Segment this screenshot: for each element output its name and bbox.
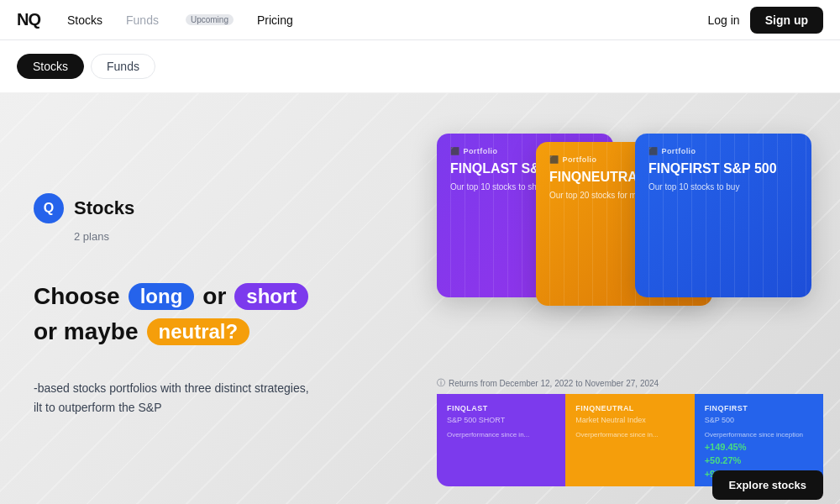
card-orange-label-icon: ⬛ [549, 155, 559, 164]
stocks-header: Q Stocks [34, 193, 386, 223]
info-icon: ⓘ [437, 377, 445, 389]
upcoming-badge: Upcoming [186, 14, 234, 25]
nav-links: Stocks Funds Upcoming Pricing [67, 13, 293, 27]
stat-finqneutral: FINQNEUTRAL Market Neutral Index Overper… [565, 394, 694, 486]
stat-blue-perf-val2: +50.27% [705, 455, 813, 465]
login-button[interactable]: Log in [708, 13, 740, 27]
stat-blue-name: FINQFIRST [705, 404, 813, 412]
stat-purple-index: S&P 500 SHORT [447, 416, 555, 424]
card-blue-label: ⬛ Portfolio [648, 147, 798, 155]
hero-left: Q Stocks 2 plans Choose long or short or… [0, 93, 420, 504]
hero-section: Q Stocks 2 plans Choose long or short or… [0, 93, 840, 504]
or1: or [202, 283, 226, 310]
stat-orange-index: Market Neutral Index [575, 416, 684, 424]
card-blue-desc: Our top 10 stocks to buy [648, 181, 798, 193]
stat-purple-perf-label: Overperformance since in... [447, 431, 555, 438]
explore-stocks-button[interactable]: Explore stocks [712, 470, 824, 500]
stat-orange-name: FINQNEUTRAL [575, 404, 684, 412]
tabs-bar: Stocks Funds [0, 40, 840, 93]
card-purple-label-icon: ⬛ [450, 147, 459, 155]
returns-note: ⓘ Returns from December 12, 2022 to Nove… [437, 377, 659, 389]
stat-orange-perf-label: Overperformance since in... [575, 431, 684, 438]
stat-finqlast: FINQLAST S&P 500 SHORT Overperformance s… [437, 394, 565, 486]
nav-stocks[interactable]: Stocks [67, 13, 102, 27]
badge-long: long [129, 283, 195, 310]
logo: NQ [17, 10, 40, 29]
badge-short: short [234, 283, 308, 310]
cards-area: ⬛ Portfolio FINQLAST S&P 50 Our top 10 s… [437, 134, 823, 486]
nav-funds[interactable]: Funds [126, 13, 159, 27]
desc-line2: ilt to outperform the S&P [34, 401, 162, 414]
stat-blue-perf-val1: +149.45% [705, 442, 813, 452]
tab-funds[interactable]: Funds [91, 54, 155, 79]
nav-pricing[interactable]: Pricing [257, 13, 293, 27]
card-stack: ⬛ Portfolio FINQLAST S&P 50 Our top 10 s… [437, 134, 823, 402]
badge-neutral: neutral? [147, 318, 250, 345]
or2: or maybe [34, 318, 139, 345]
desc-line1: -based stocks portfolios with three dist… [34, 381, 309, 395]
choose-prefix: Choose [34, 283, 120, 310]
tab-stocks[interactable]: Stocks [17, 54, 84, 79]
navbar: NQ Stocks Funds Upcoming Pricing Log in … [0, 0, 840, 40]
hero-desc: -based stocks portfolios with three dist… [34, 379, 353, 417]
stocks-icon: Q [34, 193, 64, 223]
choose-text: Choose long or short or maybe neutral? [34, 283, 386, 345]
nav-right: Log in Sign up [708, 7, 823, 34]
stat-purple-name: FINQLAST [447, 404, 555, 412]
stocks-title: Stocks [74, 197, 134, 219]
stocks-subtitle: 2 plans [74, 230, 386, 243]
card-finqfirst[interactable]: ⬛ Portfolio FINQFIRST S&P 500 Our top 10… [635, 134, 811, 297]
stat-blue-index: S&P 500 [705, 416, 813, 424]
card-blue-title: FINQFIRST S&P 500 [648, 160, 798, 176]
card-blue-label-icon: ⬛ [648, 147, 658, 155]
stat-blue-perf-label: Overperformance since inception [705, 431, 813, 438]
signup-button[interactable]: Sign up [750, 7, 823, 34]
